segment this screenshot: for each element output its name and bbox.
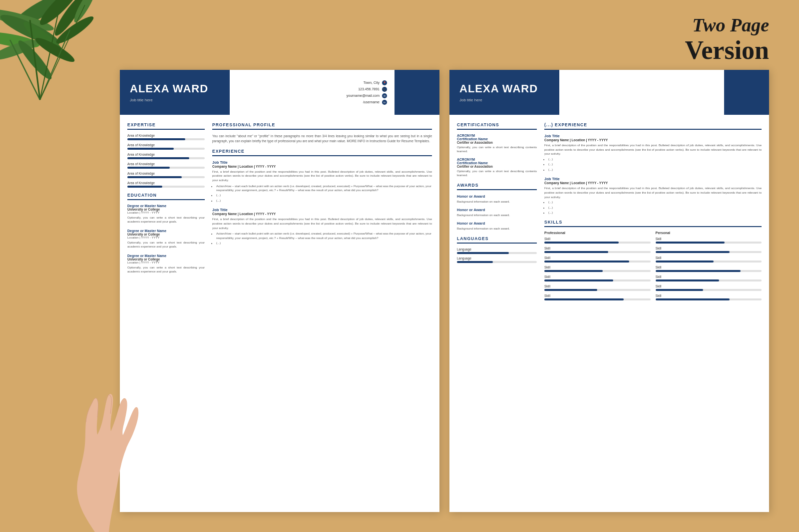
skill-label: Skill <box>656 275 762 278</box>
skill-bar-fill <box>544 270 603 272</box>
contact-email: yourname@mail.com ✉ <box>347 93 387 98</box>
skill-bar-fill <box>656 279 720 281</box>
skills-personal-col: Personal Skill Skill Skill Skill Skill S… <box>656 231 762 303</box>
skill-label: Area of Knowledge <box>127 162 205 166</box>
education-item: Degree or Master Name University or Coll… <box>127 229 205 249</box>
page1-header-square <box>395 70 439 115</box>
skill-label: Area of Knowledge <box>127 143 205 147</box>
skill-bar-bg <box>656 251 762 253</box>
skill-professional-item: Skill <box>544 237 651 244</box>
exp-company: Company Name | Location | YYYY - YYYY <box>544 138 762 142</box>
cert-name: Certification Name <box>457 161 537 165</box>
education-item: Degree or Master Name University or Coll… <box>127 254 205 274</box>
expertise-skill-item: Area of Knowledge <box>127 172 205 178</box>
cert-item: ACRONYM Certification Name Certifier or … <box>457 134 537 154</box>
page2-name: ALEXA WARD <box>459 82 549 95</box>
exp-bullets: Action/How – start each bullet point wit… <box>212 184 432 203</box>
cert-desc: Optionally, you can write a short text d… <box>457 145 537 154</box>
award-name: Honor or Award <box>457 221 537 226</box>
profile-text: You can include "about me" or "profile" … <box>212 134 432 144</box>
skill-bar-bg <box>544 261 651 263</box>
page2-header: ALEXA WARD Job title here <box>449 70 769 115</box>
page2-body: CERTIFICATIONS ACRONYM Certification Nam… <box>449 115 769 512</box>
cert-items: ACRONYM Certification Name Certifier or … <box>457 134 537 178</box>
bullet-item: (...) <box>548 162 762 166</box>
bullet-item: (...) <box>216 241 432 245</box>
skill-bar-bg <box>656 261 762 263</box>
exp-company: Company Name | Location | YYYY - YYYY <box>212 165 432 168</box>
skill-label: Skill <box>656 266 762 269</box>
skill-bar-bg <box>544 242 651 244</box>
lang-bar-fill <box>457 261 493 263</box>
page1-right-col: PROFESSIONAL PROFILE You can include "ab… <box>212 122 432 505</box>
skill-label: Skill <box>656 247 762 250</box>
cert-issuer: Certifier or Association <box>457 165 537 168</box>
page2-job-title: Job title here <box>459 98 549 102</box>
skill-bar-fill <box>544 251 608 253</box>
exp-desc: First, a brief description of the positi… <box>212 170 432 183</box>
skill-label: Skill <box>656 237 762 241</box>
professional-label: Professional <box>544 231 651 235</box>
bullet-item: (...) <box>216 193 432 197</box>
skill-personal-item: Skill <box>656 275 762 281</box>
exp-title: Job Title <box>544 134 762 138</box>
skill-bar-fill <box>656 270 741 272</box>
edu-school: University or College <box>127 233 205 236</box>
exp-title: Job Title <box>212 160 432 165</box>
expertise-skill-item: Area of Knowledge <box>127 153 205 159</box>
experience-title: EXPERIENCE <box>212 149 432 156</box>
skill-personal-item: Skill <box>656 284 762 291</box>
location-icon: 📍 <box>382 80 387 85</box>
edu-degree: Degree or Master Name <box>127 254 205 258</box>
skill-personal-item: Skill <box>656 237 762 244</box>
expertise-skill-item: Area of Knowledge <box>127 134 205 140</box>
skill-bar-fill <box>544 289 597 291</box>
skill-bar-fill <box>544 242 619 244</box>
skill-label: Skill <box>544 294 651 297</box>
skill-label: Area of Knowledge <box>127 153 205 156</box>
edu-school: University or College <box>127 258 205 261</box>
lang-bar-bg <box>457 261 537 263</box>
lang-bar-fill <box>457 252 509 254</box>
bullet-item: Action/How – start each bullet point wit… <box>216 184 432 193</box>
skill-professional-item: Skill <box>544 256 651 263</box>
exp-bullets: Action/How – start each bullet point wit… <box>212 232 432 245</box>
language-item: Language <box>457 257 537 263</box>
skill-label: Area of Knowledge <box>127 134 205 137</box>
expertise-skill-item: Area of Knowledge <box>127 143 205 150</box>
bullet-list: (...)(...)(...) <box>544 157 762 172</box>
edu-degree: Degree or Master Name <box>127 204 205 208</box>
bullet-item: (...) <box>216 199 432 203</box>
skill-bar-bg <box>127 176 205 178</box>
skill-bar-fill <box>656 298 730 300</box>
skill-bar-fill <box>127 167 170 169</box>
expertise-title: EXPERTISE <box>127 122 205 130</box>
bullet-item: (...) <box>548 211 762 215</box>
edu-desc: Optionally, you can write a short text d… <box>127 216 205 224</box>
skill-label: Skill <box>544 275 651 278</box>
page2-right-col: (...) EXPERIENCE Job Title Company Name … <box>544 122 762 505</box>
two-page-cursive: Two Page <box>685 15 769 36</box>
skill-bar-bg <box>127 167 205 169</box>
skill-label: Area of Knowledge <box>127 181 205 185</box>
edu-location: Location | YYYY - YYYY <box>127 236 205 239</box>
page2-name-block: ALEXA WARD Job title here <box>449 70 559 115</box>
cert-acronym: ACRONYM <box>457 158 537 161</box>
awards-title: AWARDS <box>457 183 537 190</box>
education-title: EDUCATION <box>127 193 205 200</box>
skill-bar-fill <box>544 279 613 281</box>
languages-title: LANGUAGES <box>457 236 537 244</box>
skills-personal: Skill Skill Skill Skill Skill Skill Skil… <box>656 237 762 300</box>
edu-desc: Optionally, you can write a short text d… <box>127 266 205 274</box>
resume-pages-container: ALEXA WARD Job title here Town, City 📍 1… <box>120 70 769 512</box>
skill-professional-item: Skill <box>544 247 651 253</box>
skill-label: Area of Knowledge <box>127 172 205 175</box>
page-title-block: Two Page Version <box>685 15 769 64</box>
skill-bar-fill <box>656 242 725 244</box>
personal-label: Personal <box>656 231 762 235</box>
skill-label: Skill <box>656 294 762 297</box>
hand-decoration <box>40 342 150 532</box>
skill-bar-bg <box>127 186 205 188</box>
page2-experience-item: Job Title Company Name | Location | YYYY… <box>544 177 762 215</box>
skill-professional-item: Skill <box>544 294 651 300</box>
